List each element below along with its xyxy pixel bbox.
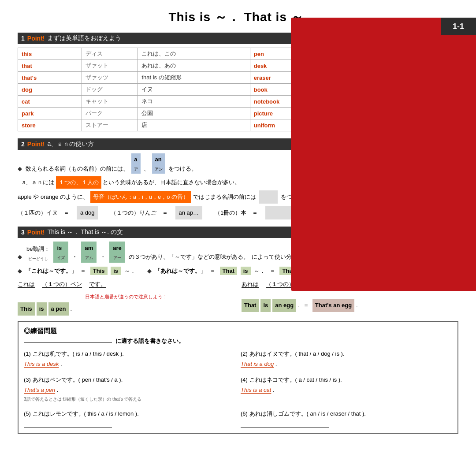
practice-item-3: (3) あれはペンです。( pen / that's / a ). That's… [24, 375, 235, 403]
practice-instruction: に適する語を書きなさい。 [24, 337, 452, 345]
section3-title: This is ～． That is ～. の文 [47, 228, 123, 236]
practice-item-5: (5) これはレモンです。( this / a / is / lemon ). [24, 409, 235, 428]
red-overlay [291, 18, 476, 291]
section2-title: a、ａｎの使い方 [47, 140, 94, 148]
section3-point: Point! [27, 229, 45, 236]
be-verb-label: be動詞： ビーどうし [26, 243, 50, 263]
page-number: 1-1 [453, 22, 464, 31]
practice-header: ◎練習問題 [24, 327, 452, 335]
section3-number: 3 [21, 229, 25, 236]
practice-grid: (1) これは机です。( is / a / this / desk ). Thi… [24, 349, 452, 428]
section2-point: Point! [27, 141, 45, 148]
page-number-tab: 1-1 [441, 18, 476, 35]
section1-number: 1 [21, 35, 25, 42]
section2-number: 2 [21, 141, 25, 148]
section1-title: まずは英単語をおぼえよう [47, 34, 121, 42]
section1-point: Point! [27, 35, 45, 42]
practice-item-4: (4) これはネコです。( a / cat / this / is ). Thi… [241, 375, 452, 403]
practice-item-2: (2) あれはイヌです。( that / a / dog / is ). Tha… [241, 349, 452, 369]
practice-item-6: (6) あれは消しゴムです。( an / is / eraser / that … [241, 409, 452, 428]
practice-item-1: (1) これは机です。( is / a / this / desk ). Thi… [24, 349, 235, 369]
practice-section: ◎練習問題 に適する語を書きなさい。 (1) これは机です。( is / a /… [18, 321, 458, 434]
